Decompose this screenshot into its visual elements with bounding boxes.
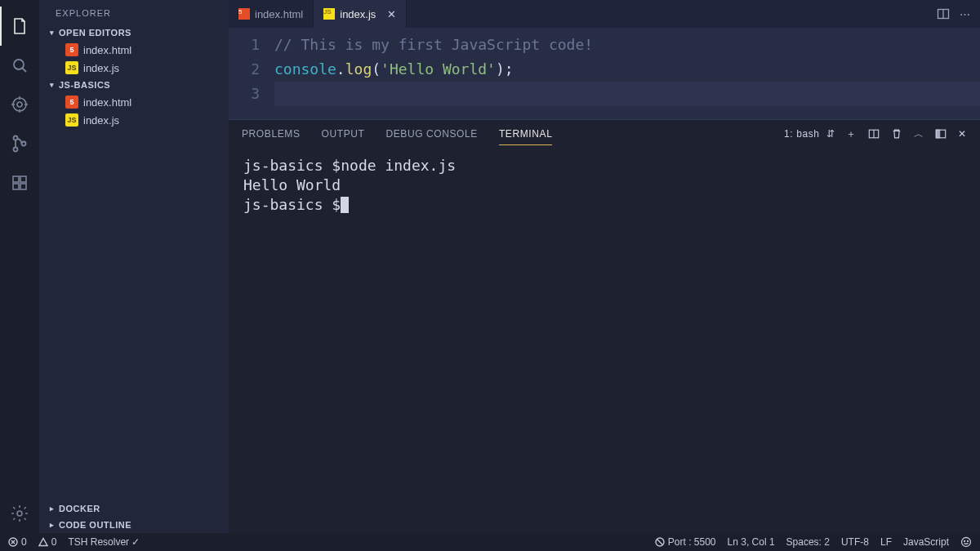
status-lncol[interactable]: Ln 3, Col 1: [728, 536, 775, 548]
code-editor[interactable]: 1 // This is my first JavaScript code! 2…: [229, 28, 980, 119]
status-errors[interactable]: 0: [8, 536, 27, 548]
svg-point-28: [964, 541, 965, 542]
extensions-icon[interactable]: [0, 163, 39, 202]
js-icon: JS: [323, 8, 335, 20]
new-terminal-icon[interactable]: ＋: [846, 127, 857, 141]
editor-tabs: 5 index.html JS index.js ✕ ⋯: [229, 0, 980, 28]
docker-section[interactable]: ▸ DOCKER: [39, 500, 229, 517]
split-editor-icon[interactable]: [937, 7, 950, 20]
open-editors-label: OPEN EDITORS: [59, 28, 131, 38]
error-count: 0: [21, 536, 27, 548]
svg-point-15: [17, 511, 22, 516]
code-token: (: [372, 60, 381, 78]
code-token: log: [345, 60, 372, 78]
status-bar: 0 0 TSH Resolver ✓ Port : 5500 Ln 3, Col…: [0, 533, 980, 551]
folder-section[interactable]: ▾ JS-BASICS: [39, 77, 229, 93]
panel-tab-terminal[interactable]: TERMINAL: [499, 123, 552, 145]
explorer-icon[interactable]: [0, 7, 39, 46]
tab-index-html[interactable]: 5 index.html: [229, 0, 314, 28]
status-port-label: Port : 5500: [668, 536, 716, 548]
svg-point-9: [14, 148, 18, 152]
explorer-sidebar: EXPLORER ▾ OPEN EDITORS 5 index.html JS …: [39, 0, 229, 533]
code-comment: // This is my first JavaScript code!: [274, 36, 593, 53]
status-warnings[interactable]: 0: [38, 536, 57, 548]
status-resolver[interactable]: TSH Resolver ✓: [68, 536, 140, 548]
svg-point-29: [968, 541, 969, 542]
terminal-line: js-basics $node index.js: [243, 157, 456, 174]
open-editors-section[interactable]: ▾ OPEN EDITORS: [39, 24, 229, 41]
code-token: 'Hello World': [381, 60, 496, 78]
docker-label: DOCKER: [59, 504, 100, 513]
activity-bar: [0, 0, 39, 533]
svg-point-0: [14, 60, 24, 69]
terminal-selector[interactable]: 1: bash ⇵: [784, 128, 835, 140]
terminal-cursor: [341, 197, 349, 213]
line-number: 3: [229, 82, 274, 106]
code-outline-section[interactable]: ▸ CODE OUTLINE: [39, 517, 229, 533]
split-terminal-icon[interactable]: [868, 128, 880, 140]
chevron-right-icon: ▸: [47, 521, 57, 529]
maximize-panel-icon[interactable]: ︿: [914, 127, 924, 141]
js-icon: JS: [65, 61, 78, 74]
settings-gear-icon[interactable]: [0, 494, 39, 533]
svg-point-8: [14, 136, 18, 140]
panel-tab-debug-console[interactable]: DEBUG CONSOLE: [385, 123, 478, 144]
status-language[interactable]: JavaScript: [903, 536, 949, 548]
code-outline-label: CODE OUTLINE: [59, 520, 131, 530]
file-item[interactable]: 5 index.html: [39, 93, 229, 111]
file-label: index.js: [83, 62, 119, 74]
explorer-title: EXPLORER: [39, 0, 229, 24]
warning-count: 0: [51, 536, 57, 548]
html5-icon: 5: [65, 96, 78, 109]
line-number: 1: [229, 33, 274, 57]
debug-icon[interactable]: [0, 85, 39, 124]
dropdown-icon: ⇵: [826, 128, 835, 140]
kill-terminal-icon[interactable]: [891, 128, 902, 140]
terminal[interactable]: js-basics $node index.js Hello World js-…: [229, 148, 980, 533]
open-editor-item[interactable]: JS index.js: [39, 59, 229, 77]
panel-tab-output[interactable]: OUTPUT: [322, 123, 365, 144]
code-token: console: [274, 60, 336, 78]
svg-rect-11: [13, 176, 19, 182]
terminal-selector-label: 1: bash: [784, 128, 820, 140]
svg-point-3: [17, 102, 22, 107]
svg-line-26: [657, 540, 662, 545]
file-label: index.js: [83, 114, 119, 127]
search-icon[interactable]: [0, 46, 39, 85]
svg-rect-13: [20, 184, 26, 189]
source-control-icon[interactable]: [0, 124, 39, 163]
code-token: ): [496, 60, 505, 78]
status-spaces[interactable]: Spaces: 2: [786, 536, 830, 548]
html5-icon: 5: [238, 8, 250, 20]
status-port[interactable]: Port : 5500: [655, 536, 716, 548]
tab-index-js[interactable]: JS index.js ✕: [314, 0, 407, 28]
tab-label: index.html: [255, 8, 303, 20]
svg-point-27: [962, 538, 971, 547]
chevron-down-icon: ▾: [47, 29, 57, 37]
svg-line-1: [23, 69, 27, 73]
file-item[interactable]: JS index.js: [39, 111, 229, 129]
terminal-line: js-basics $: [243, 196, 341, 213]
chevron-right-icon: ▸: [47, 504, 57, 513]
close-panel-icon[interactable]: ✕: [958, 128, 967, 140]
js-icon: JS: [65, 113, 78, 127]
close-tab-icon[interactable]: ✕: [387, 8, 396, 20]
status-eol[interactable]: LF: [880, 536, 892, 548]
html5-icon: 5: [65, 43, 78, 56]
panel-layout-icon[interactable]: [935, 128, 947, 140]
status-feedback-icon[interactable]: [960, 536, 972, 548]
status-encoding[interactable]: UTF-8: [841, 536, 869, 548]
folder-label: JS-BASICS: [59, 80, 110, 90]
open-editor-item[interactable]: 5 index.html: [39, 41, 229, 59]
code-token: ;: [505, 60, 514, 78]
tab-label: index.js: [340, 8, 376, 20]
svg-rect-12: [13, 184, 19, 189]
svg-point-2: [13, 98, 26, 111]
bottom-panel: PROBLEMS OUTPUT DEBUG CONSOLE TERMINAL 1…: [229, 119, 980, 533]
chevron-down-icon: ▾: [47, 81, 57, 89]
panel-tab-problems[interactable]: PROBLEMS: [242, 123, 301, 144]
line-number: 2: [229, 57, 274, 82]
more-actions-icon[interactable]: ⋯: [960, 8, 970, 20]
file-label: index.html: [83, 96, 131, 109]
terminal-line: Hello World: [243, 176, 341, 193]
